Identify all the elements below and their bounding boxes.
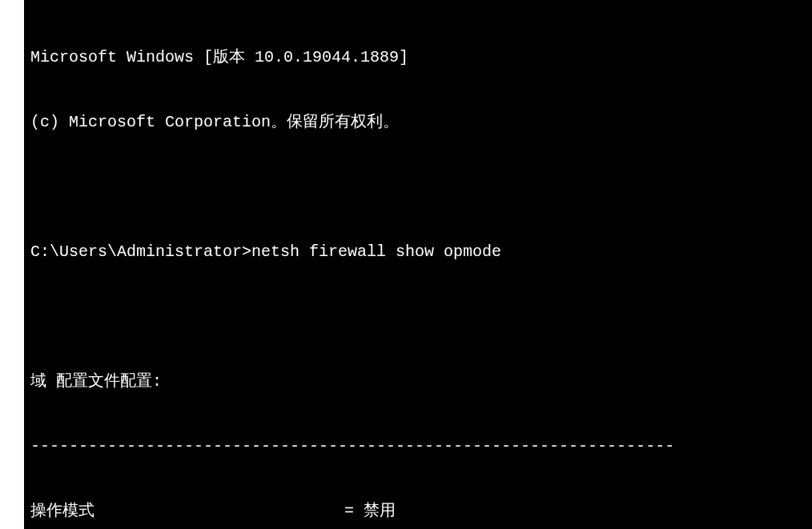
row-value: = 禁用 bbox=[344, 502, 396, 520]
row-label: 操作模式 bbox=[30, 502, 94, 520]
command-prompt-terminal[interactable]: Microsoft Windows [版本 10.0.19044.1889] (… bbox=[24, 0, 812, 529]
domain-profile-title: 域 配置文件配置: bbox=[30, 371, 806, 392]
copyright-line: (c) Microsoft Corporation。保留所有权利。 bbox=[30, 111, 806, 133]
row-pad bbox=[94, 502, 344, 520]
separator-line: ----------------------------------------… bbox=[30, 435, 806, 457]
command-text: netsh firewall show opmode bbox=[251, 242, 501, 261]
domain-opmode-row: 操作模式 = 禁用 bbox=[30, 500, 806, 522]
command-line-1: C:\Users\Administrator>netsh firewall sh… bbox=[30, 241, 806, 262]
prompt-path: C:\Users\Administrator> bbox=[30, 242, 251, 261]
blank bbox=[30, 176, 806, 198]
blank bbox=[30, 306, 806, 327]
windows-version-line: Microsoft Windows [版本 10.0.19044.1889] bbox=[30, 46, 806, 68]
